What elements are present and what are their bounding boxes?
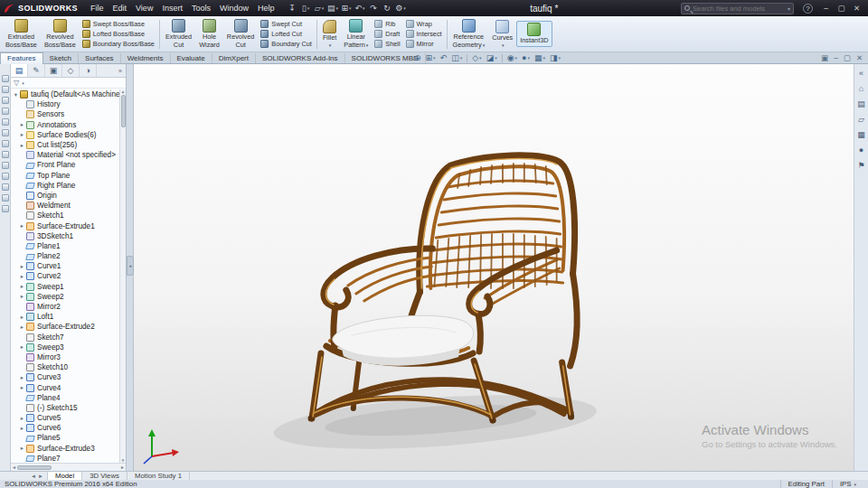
left-toolbar-icon[interactable] <box>2 97 9 104</box>
tree-item[interactable]: ▾ taufiq (Default<As Machined><<Defa <box>12 89 126 99</box>
extruded-boss-base-button[interactable]: Extruded Boss/Base <box>2 17 41 52</box>
tab-solidworks-add-ins[interactable]: SOLIDWORKS Add-Ins <box>256 53 345 63</box>
doc-restore-icon[interactable]: ▢ <box>844 53 851 62</box>
file-explorer-icon[interactable]: ▱ <box>858 115 864 124</box>
tab-weldments[interactable]: Weldments <box>121 53 171 63</box>
zoom-area-icon[interactable]: ⊞▾ <box>426 53 436 62</box>
tree-item[interactable]: Sketch1 <box>12 211 126 221</box>
view-settings-icon[interactable]: ◨▾ <box>550 53 561 62</box>
tree-tabs-overflow-icon[interactable]: » <box>115 64 126 77</box>
custom-properties-icon[interactable]: ⚑ <box>857 161 864 170</box>
previous-view-icon[interactable]: ↶ <box>440 53 448 62</box>
tab-3d-views[interactable]: 3D Views <box>82 472 127 480</box>
tree-item[interactable]: Sketch10 <box>12 362 126 372</box>
graphics-area[interactable]: Activate Windows Go to Settings to activ… <box>134 64 854 471</box>
linear-pattern-button[interactable]: Linear Pattern▾ <box>340 17 372 52</box>
appearances-scenes-icon[interactable]: ● <box>859 145 863 155</box>
edit-appearance-icon[interactable]: ●▾ <box>522 53 530 62</box>
expand-caret-icon[interactable]: ▸ <box>18 142 26 149</box>
featuremanager-tab[interactable]: ▤ <box>11 64 28 77</box>
expand-caret-icon[interactable]: ▸ <box>18 384 26 391</box>
left-toolbar-icon[interactable] <box>2 205 9 212</box>
menu-item[interactable]: Help <box>253 4 279 13</box>
tree-item[interactable]: Sketch7 <box>12 333 126 343</box>
tree-item[interactable]: Top Plane <box>12 171 126 181</box>
expand-caret-icon[interactable]: ▸ <box>18 415 26 422</box>
dropdown-arrow-icon[interactable]: ▾ <box>483 42 486 48</box>
filter-dropdown-icon[interactable]: ▾ <box>22 80 24 86</box>
expand-caret-icon[interactable]: ▸ <box>18 343 26 351</box>
displaymanager-tab[interactable]: ◑ <box>80 64 97 77</box>
tree-item[interactable]: ▸ Surface-Extrude3 <box>12 444 126 454</box>
units-selector[interactable]: IPS ▾ <box>832 480 863 488</box>
search-box[interactable]: ▾ <box>681 3 794 14</box>
apply-scene-icon[interactable]: ▦▾ <box>534 53 545 62</box>
menu-item[interactable]: Insert <box>157 4 187 13</box>
expand-caret-icon[interactable]: ▸ <box>18 425 26 432</box>
lofted-boss-base-button[interactable]: Lofted Boss/Base <box>82 30 155 38</box>
extruded-cut-button[interactable]: Extruded Cut <box>162 17 195 52</box>
rebuild-icon[interactable]: ↻ <box>380 4 393 13</box>
instant3d-button[interactable]: Instant3D <box>516 21 552 47</box>
lofted-cut-button[interactable]: Lofted Cut <box>260 30 312 38</box>
filter-icon[interactable]: ▽ <box>14 79 19 87</box>
taskpane-collapse-icon[interactable]: « <box>859 69 863 78</box>
tree-item[interactable]: Plane4 <box>12 393 126 403</box>
revolved-boss-base-button[interactable]: Revolved Boss/Base <box>41 17 80 52</box>
open-icon[interactable]: ▱▾ <box>312 4 326 13</box>
tree-item[interactable]: History <box>12 99 126 109</box>
left-toolbar-icon[interactable] <box>2 140 9 147</box>
dropdown-arrow-icon[interactable]: ▾ <box>366 42 369 48</box>
expand-caret-icon[interactable]: ▸ <box>18 222 26 230</box>
display-style-icon[interactable]: ◪▾ <box>486 53 497 62</box>
swept-boss-base-button[interactable]: Swept Boss/Base <box>82 20 155 28</box>
scroll-right-icon[interactable]: ► <box>120 465 125 470</box>
configurationmanager-tab[interactable]: ▣ <box>45 64 62 77</box>
propertymanager-tab[interactable]: ✎ <box>28 64 45 77</box>
fillet-button[interactable]: Fillet ▾ <box>319 18 340 50</box>
expand-caret-icon[interactable]: ▾ <box>12 91 20 99</box>
tree-item[interactable]: Plane1 <box>12 241 126 251</box>
tree-item[interactable]: ▸ Sweep1 <box>12 282 126 292</box>
dropdown-arrow-icon[interactable]: ▾ <box>329 42 332 48</box>
tree-item[interactable]: ▸ Curve1 <box>12 261 126 271</box>
left-toolbar-icon[interactable] <box>2 108 9 115</box>
reference-geometry-button[interactable]: Reference Geometry▾ <box>449 17 489 52</box>
tab-surfaces[interactable]: Surfaces <box>79 53 121 63</box>
intersect-button[interactable]: Intersect <box>406 30 442 38</box>
tab-evaluate[interactable]: Evaluate <box>171 53 212 63</box>
tab-dimxpert[interactable]: DimXpert <box>212 53 256 63</box>
save-icon[interactable]: ▤▾ <box>326 4 339 13</box>
tree-item[interactable]: Plane2 <box>12 251 126 261</box>
tree-item[interactable]: ▸ Surface Bodies(6) <box>12 130 126 140</box>
dropdown-arrow-icon[interactable]: ▾ <box>502 42 505 48</box>
solidworks-resources-icon[interactable]: ⌂ <box>859 84 863 93</box>
tree-item[interactable]: ▸ Annotations <box>12 120 126 130</box>
tree-item[interactable]: ▸ Loft1 <box>12 312 126 322</box>
tree-item[interactable]: Plane5 <box>12 433 126 443</box>
dimxpertmanager-tab[interactable]: ◇ <box>62 64 80 77</box>
tree-item[interactable]: Origin <box>12 191 126 201</box>
wrap-button[interactable]: Wrap <box>406 20 442 28</box>
menu-item[interactable]: File <box>86 4 108 13</box>
tree-item[interactable]: ▸ Sweep2 <box>12 292 126 302</box>
tree-item[interactable]: Material <not specified> <box>12 150 126 160</box>
hide-show-items-icon[interactable]: ◉▾ <box>507 53 517 62</box>
tree-vertical-scrollbar[interactable]: ▲ ▼ <box>119 89 126 463</box>
boundary-cut-button[interactable]: Boundary Cut <box>260 40 312 48</box>
units-dropdown-icon[interactable]: ▾ <box>854 482 856 487</box>
design-library-icon[interactable]: ▤ <box>857 99 865 108</box>
left-toolbar-icon[interactable] <box>2 183 9 191</box>
redo-icon[interactable]: ↷ <box>366 4 380 13</box>
left-toolbar-icon[interactable] <box>2 118 9 126</box>
minimize-button[interactable]: ‒ <box>818 4 834 13</box>
new-document-icon[interactable]: ▯▾ <box>298 4 312 13</box>
scrollbar-thumb[interactable] <box>121 95 126 127</box>
hole-wizard-button[interactable]: Hole Wizard <box>195 17 223 52</box>
tree-item[interactable]: ▸ Surface-Extrude1 <box>12 221 126 230</box>
maximize-button[interactable]: ▢ <box>834 4 849 13</box>
tab-model[interactable]: Model <box>48 472 82 480</box>
tree-item[interactable]: ▸ Curve3 <box>12 372 126 382</box>
tree-item[interactable]: Weldment <box>12 201 126 211</box>
chair-3d-model[interactable] <box>134 64 854 471</box>
